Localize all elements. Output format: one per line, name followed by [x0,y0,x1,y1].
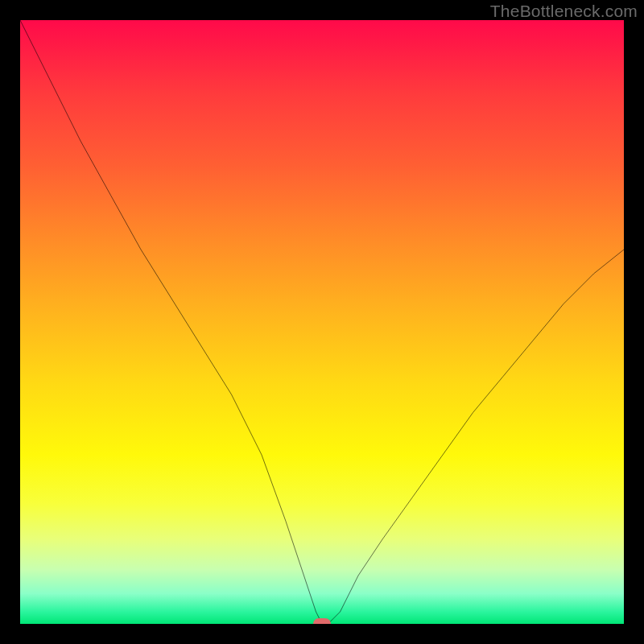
minimum-marker [313,618,331,624]
chart-frame: TheBottleneck.com [0,0,644,644]
plot-area [20,20,624,624]
watermark-text: TheBottleneck.com [490,2,638,21]
bottleneck-curve [20,20,624,624]
